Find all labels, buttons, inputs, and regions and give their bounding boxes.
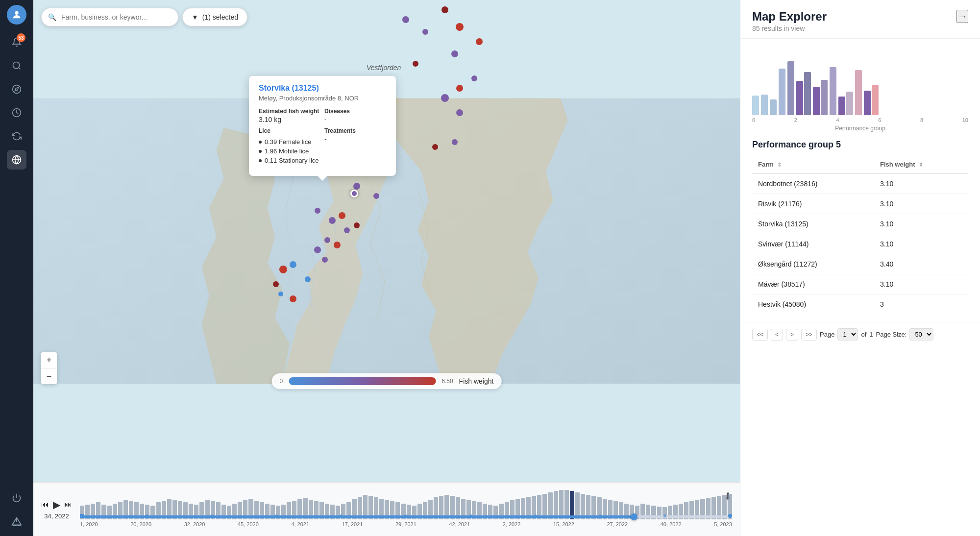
bar-group bbox=[770, 99, 777, 115]
map-dot[interactable] bbox=[451, 50, 458, 57]
map-dot[interactable] bbox=[471, 75, 477, 81]
table-row[interactable]: Hestvik (45080)3 bbox=[752, 294, 968, 315]
page-total: 1 bbox=[869, 331, 873, 338]
search-sidebar-icon[interactable] bbox=[7, 56, 26, 75]
legend-min: 0 bbox=[280, 378, 283, 385]
page-select[interactable]: 1 bbox=[837, 328, 858, 341]
pagination-first[interactable]: << bbox=[752, 329, 768, 341]
right-panel: Map Explorer 85 results in view → 0 2 4 … bbox=[740, 0, 980, 536]
panel-subtitle: 85 results in view bbox=[752, 24, 827, 32]
farm-cell: Storvika (13125) bbox=[752, 214, 874, 234]
lice-item-2: 1.96 Mobile lice bbox=[259, 147, 320, 155]
bar-purple bbox=[838, 97, 845, 115]
perf-group-title: Performance group 5 bbox=[752, 140, 968, 150]
filter-icon: ▼ bbox=[192, 13, 198, 21]
fishweight-cell: 3.10 bbox=[874, 274, 968, 294]
panel-expand-button[interactable]: → bbox=[956, 10, 968, 23]
map-dot[interactable] bbox=[322, 257, 328, 263]
map-dot[interactable] bbox=[413, 61, 418, 67]
map-popup: Storvika (13125) Meløy, Produksjonsområd… bbox=[249, 76, 396, 176]
map-dot[interactable] bbox=[324, 237, 330, 243]
table-row[interactable]: Storvika (13125)3.10 bbox=[752, 214, 968, 234]
bar-blue bbox=[787, 61, 794, 115]
map-dot[interactable] bbox=[354, 222, 360, 228]
map-dot[interactable] bbox=[452, 139, 458, 145]
axis-label: 29, 2021 bbox=[395, 521, 416, 527]
bar-purple bbox=[813, 87, 820, 115]
chart-x-title: Performance group bbox=[752, 125, 968, 132]
chart-axis-x: 0 2 4 6 8 10 bbox=[752, 115, 968, 123]
timeline: ⬇ ⏮ ▶ ⏭ 34, 2022 1, 2020 20, 2020 32, 20… bbox=[33, 482, 740, 536]
zoom-controls: + − bbox=[41, 352, 57, 384]
page-size-select[interactable]: 50 bbox=[909, 328, 933, 341]
timeline-first-button[interactable]: ⏮ bbox=[41, 500, 49, 509]
map-dot[interactable] bbox=[456, 23, 464, 31]
bar-group bbox=[838, 92, 853, 115]
map-dot[interactable] bbox=[290, 295, 296, 302]
search-input[interactable] bbox=[41, 8, 178, 26]
map-dot[interactable] bbox=[432, 144, 438, 150]
panel-header: Map Explorer 85 results in view → bbox=[740, 0, 980, 39]
zoom-out-button[interactable]: − bbox=[41, 368, 57, 384]
map-dot[interactable] bbox=[441, 6, 448, 13]
map-dot[interactable] bbox=[334, 242, 341, 248]
map-dot[interactable] bbox=[456, 85, 463, 92]
map-dot[interactable] bbox=[279, 266, 287, 273]
map-dot[interactable] bbox=[344, 227, 350, 233]
table-body: Nordbotnet (23816)3.10Risvik (21176)3.10… bbox=[752, 173, 968, 314]
table-row[interactable]: Risvik (21176)3.10 bbox=[752, 194, 968, 214]
map-dot[interactable] bbox=[353, 183, 360, 190]
globe-icon[interactable] bbox=[7, 150, 26, 170]
zoom-in-button[interactable]: + bbox=[41, 352, 57, 368]
power-icon[interactable] bbox=[7, 488, 26, 508]
farm-cell: Måvær (38517) bbox=[752, 274, 874, 294]
table-row[interactable]: Øksengård (11272)3.40 bbox=[752, 254, 968, 274]
fishweight-cell: 3.10 bbox=[874, 194, 968, 214]
map-dot[interactable] bbox=[305, 276, 311, 282]
sync-icon[interactable] bbox=[7, 126, 26, 146]
dashboard-icon[interactable] bbox=[7, 103, 26, 122]
map-dot[interactable] bbox=[278, 292, 283, 296]
farm-cell: Svinvær (11144) bbox=[752, 234, 874, 254]
sort-icon[interactable]: ⇕ bbox=[919, 162, 923, 168]
map-dot[interactable] bbox=[314, 246, 321, 253]
pagination-last[interactable]: >> bbox=[801, 329, 817, 341]
sidebar: 53 bbox=[0, 0, 33, 536]
map-dot[interactable] bbox=[339, 212, 345, 219]
axis-label: 20, 2020 bbox=[130, 521, 151, 527]
filter-button[interactable]: ▼ (1) selected bbox=[182, 8, 247, 26]
map-dot[interactable] bbox=[290, 261, 296, 268]
notification-badge: 53 bbox=[17, 33, 25, 42]
axis-label: 17, 2021 bbox=[342, 521, 363, 527]
map-dot[interactable] bbox=[329, 217, 336, 224]
map-dot[interactable] bbox=[402, 16, 409, 23]
sort-icon[interactable]: ⇕ bbox=[777, 162, 782, 168]
timeline-last-button[interactable]: ⏭ bbox=[64, 500, 72, 509]
pagination-prev[interactable]: < bbox=[771, 329, 783, 341]
popup-treatments-label: Treatments bbox=[324, 127, 386, 134]
pagination-next[interactable]: > bbox=[786, 329, 798, 341]
storvika-dot[interactable] bbox=[350, 190, 358, 197]
bar-blue bbox=[830, 67, 836, 115]
avatar[interactable] bbox=[7, 5, 26, 24]
map-dot[interactable] bbox=[476, 38, 483, 45]
compass-icon[interactable] bbox=[7, 79, 26, 99]
map-dot[interactable] bbox=[422, 29, 428, 35]
bell-icon[interactable]: 53 bbox=[7, 32, 26, 52]
map-dot[interactable] bbox=[441, 94, 449, 102]
map-dot[interactable] bbox=[456, 109, 463, 116]
popup-treatments-value: - bbox=[324, 135, 386, 143]
bar-group bbox=[813, 80, 828, 115]
farm-cell: Hestvik (45080) bbox=[752, 294, 874, 315]
map-dot[interactable] bbox=[373, 193, 379, 199]
table-row[interactable]: Måvær (38517)3.10 bbox=[752, 274, 968, 294]
map-area[interactable]: 🔍 ▼ (1) selected Vestfjorden Storvika (1… bbox=[33, 0, 740, 482]
bar-blue bbox=[770, 99, 777, 115]
table-row[interactable]: Svinvær (11144)3.10 bbox=[752, 234, 968, 254]
farm-cell: Nordbotnet (23816) bbox=[752, 173, 874, 194]
boat-icon[interactable] bbox=[7, 512, 26, 531]
table-row[interactable]: Nordbotnet (23816)3.10 bbox=[752, 173, 968, 194]
map-dot[interactable] bbox=[273, 281, 279, 287]
timeline-play-button[interactable]: ▶ bbox=[53, 499, 60, 511]
map-dot[interactable] bbox=[315, 208, 320, 214]
